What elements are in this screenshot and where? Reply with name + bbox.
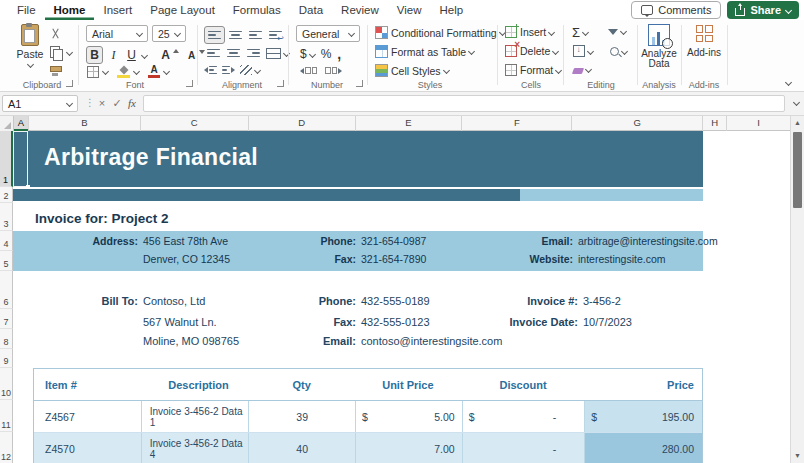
align-left-button[interactable]: [204, 45, 223, 61]
middle-align-button[interactable]: [226, 27, 245, 43]
wrap-text-button[interactable]: [266, 27, 285, 43]
column-header-h[interactable]: H: [703, 116, 727, 131]
row-header-4[interactable]: 4: [0, 231, 13, 251]
column-header-a[interactable]: A: [14, 116, 29, 131]
comments-button[interactable]: Comments: [631, 1, 721, 19]
add-ins-button[interactable]: Add-ins: [686, 25, 722, 58]
borders-icon[interactable]: [87, 66, 99, 78]
increase-decimal-button[interactable]: [300, 67, 317, 74]
row-header-3[interactable]: 3: [0, 203, 13, 231]
select-all-corner[interactable]: [0, 116, 14, 131]
tab-formulas[interactable]: Formulas: [224, 0, 290, 20]
cell-discount[interactable]: -: [462, 433, 585, 463]
format-cells-button[interactable]: Format: [505, 64, 561, 76]
clipboard-dialog-launcher[interactable]: [66, 80, 73, 87]
increase-indent-button[interactable]: [222, 66, 235, 75]
column-header-b[interactable]: B: [29, 116, 141, 131]
column-header-i[interactable]: I: [727, 116, 790, 131]
comma-style-button[interactable]: ,: [337, 46, 341, 62]
cell-unit-price[interactable]: 7.00: [355, 433, 462, 463]
collapse-ribbon-icon[interactable]: [785, 79, 792, 86]
align-center-button[interactable]: [224, 45, 243, 61]
column-header-e[interactable]: E: [356, 116, 463, 131]
decrease-indent-button[interactable]: [204, 66, 217, 75]
tab-help[interactable]: Help: [431, 0, 473, 20]
row-header-5[interactable]: 5: [0, 251, 13, 271]
table-row[interactable]: Z4567 Invoice 3-456-2 Data 1 39 $ 5.00 $…: [34, 401, 702, 433]
cell-price[interactable]: 280.00: [584, 433, 702, 463]
autosum-button[interactable]: Σ: [572, 25, 588, 40]
bold-button[interactable]: B: [86, 46, 103, 64]
tab-page-layout[interactable]: Page Layout: [141, 0, 224, 20]
insert-cells-button[interactable]: Insert: [505, 26, 554, 38]
cell-description[interactable]: Invoice 3-456-2 Data 4: [141, 433, 249, 463]
font-color-button[interactable]: A: [148, 65, 160, 78]
orientation-button[interactable]: [240, 65, 260, 75]
cell-item[interactable]: Z4567: [34, 401, 141, 432]
enter-icon[interactable]: ✓: [110, 95, 124, 112]
font-size-combo[interactable]: 25: [152, 25, 186, 42]
row-header-1[interactable]: 1: [0, 131, 13, 187]
sort-filter-button[interactable]: [608, 27, 626, 35]
italic-button[interactable]: I: [106, 47, 121, 63]
cell-qty[interactable]: 40: [248, 433, 355, 463]
number-format-combo[interactable]: General: [296, 25, 360, 42]
clear-button[interactable]: [573, 65, 591, 74]
percent-style-button[interactable]: %: [321, 47, 332, 61]
analyze-data-button[interactable]: Analyze Data: [640, 24, 678, 69]
column-header-c[interactable]: C: [141, 116, 249, 131]
fill-color-button[interactable]: [117, 66, 130, 78]
formula-input[interactable]: [143, 95, 785, 112]
decrease-decimal-button[interactable]: [325, 67, 342, 74]
font-name-combo[interactable]: Arial: [86, 25, 148, 42]
cell-qty[interactable]: 39: [248, 401, 355, 432]
row-header-6[interactable]: 6: [0, 271, 13, 309]
scroll-down-icon[interactable]: ▼: [791, 452, 804, 459]
conditional-formatting-button[interactable]: Conditional Formatting: [375, 26, 505, 39]
copy-button[interactable]: [50, 46, 72, 58]
paste-button[interactable]: Paste: [12, 24, 48, 67]
tab-home[interactable]: Home: [45, 0, 95, 20]
row-header-8[interactable]: 8: [0, 329, 13, 349]
tab-review[interactable]: Review: [332, 0, 388, 20]
accounting-format-button[interactable]: $: [300, 47, 315, 61]
cell-discount[interactable]: $ -: [462, 401, 585, 432]
font-dialog-launcher[interactable]: [186, 80, 193, 87]
cancel-icon[interactable]: ×: [95, 95, 109, 112]
row-header-7[interactable]: 7: [0, 309, 13, 329]
table-row[interactable]: Z4570 Invoice 3-456-2 Data 4 40 7.00 - 2…: [34, 433, 702, 463]
cell-styles-button[interactable]: Cell Styles: [375, 64, 449, 77]
expand-formula-bar-icon[interactable]: [793, 99, 800, 106]
row-header-10[interactable]: 10: [0, 368, 13, 400]
cut-button[interactable]: [50, 28, 61, 39]
cell-price[interactable]: $ 195.00: [584, 401, 702, 432]
tab-file[interactable]: File: [8, 0, 45, 20]
increase-font-size-button[interactable]: A: [158, 47, 173, 63]
row-header-11[interactable]: 11: [0, 400, 13, 432]
alignment-dialog-launcher[interactable]: [277, 80, 284, 87]
format-as-table-button[interactable]: Format as Table: [375, 45, 474, 58]
format-painter-button[interactable]: [50, 66, 62, 76]
column-header-d[interactable]: D: [249, 116, 356, 131]
delete-cells-button[interactable]: Delete: [505, 45, 558, 57]
name-box[interactable]: A1: [2, 95, 78, 112]
share-button[interactable]: Share: [727, 1, 799, 19]
company-banner[interactable]: Arbitrage Financial: [13, 131, 703, 187]
cell-item[interactable]: Z4570: [34, 433, 141, 463]
scrollbar-thumb[interactable]: [793, 132, 802, 208]
underline-button[interactable]: U: [124, 47, 139, 63]
top-align-button[interactable]: [204, 26, 225, 44]
vertical-scrollbar[interactable]: ▲ ▼: [790, 116, 804, 463]
align-right-button[interactable]: [244, 45, 263, 61]
tab-insert[interactable]: Insert: [94, 0, 141, 20]
cell-description[interactable]: Invoice 3-456-2 Data 1: [141, 401, 249, 432]
find-select-button[interactable]: [610, 47, 627, 56]
column-header-g[interactable]: G: [572, 116, 703, 131]
merge-center-button[interactable]: [264, 45, 283, 61]
bottom-align-button[interactable]: [246, 27, 265, 43]
row-header-9[interactable]: 9: [0, 349, 13, 368]
fill-button[interactable]: [573, 45, 593, 57]
row-header-2[interactable]: 2: [0, 187, 13, 203]
insert-function-icon[interactable]: fx: [125, 95, 139, 112]
tab-data[interactable]: Data: [290, 0, 332, 20]
